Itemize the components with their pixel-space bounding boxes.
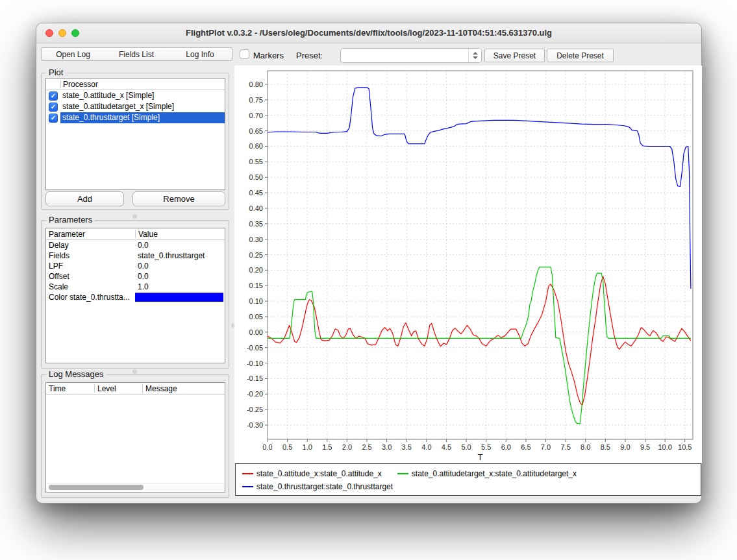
parameter-value[interactable]: state_0.thrusttarget (135, 251, 225, 260)
svg-text:0.65: 0.65 (249, 127, 263, 135)
red-line-swatch (242, 473, 253, 474)
zoom-window-button[interactable] (71, 29, 79, 37)
svg-text:0.0: 0.0 (262, 443, 272, 451)
title-bar: FlightPlot v.0.3.2 - /Users/oleg/Documen… (36, 23, 701, 43)
window-title: FlightPlot v.0.3.2 - /Users/oleg/Documen… (36, 23, 701, 42)
svg-text:0.10: 0.10 (249, 297, 263, 305)
preset-combobox[interactable] (340, 48, 482, 63)
parameter-name: Scale (46, 282, 135, 291)
svg-text:9.0: 9.0 (620, 443, 630, 451)
markers-label: Markers (253, 51, 284, 60)
table-row[interactable]: Delay 0.0 (46, 240, 225, 250)
chevron-up-icon (473, 52, 478, 55)
svg-text:0.5: 0.5 (282, 443, 292, 451)
markers-checkbox[interactable] (240, 49, 249, 59)
checked-checkbox[interactable]: ✓ (49, 114, 58, 123)
checked-checkbox[interactable]: ✓ (49, 103, 58, 112)
message-column-header: Message (143, 384, 177, 393)
svg-text:0.30: 0.30 (249, 236, 263, 243)
minimize-window-button[interactable] (58, 29, 66, 37)
checked-checkbox[interactable]: ✓ (49, 91, 58, 101)
time-column-header: Time (46, 384, 94, 393)
svg-text:-0.25: -0.25 (247, 406, 263, 413)
svg-text:0.05: 0.05 (249, 313, 263, 321)
log-messages-table-header: Time Level Message (46, 383, 225, 395)
processor-list-header: Processor (46, 79, 225, 90)
chart-svg: -0.30-0.25-0.20-0.15-0.10-0.050.000.050.… (234, 66, 702, 463)
svg-text:0.70: 0.70 (249, 112, 263, 119)
green-line-swatch (397, 473, 408, 474)
table-row[interactable]: Offset 0.0 (46, 271, 225, 282)
list-item-label: state_0.attitude_x [Simple] (60, 90, 225, 101)
legend-entry: state_0.thrusttarget:state_0.thrusttarge… (242, 482, 393, 491)
log-info-button[interactable]: Log Info (168, 47, 232, 61)
svg-text:6.5: 6.5 (521, 443, 531, 451)
list-item-label: state_0.attitudetarget_x [Simple] (60, 101, 225, 112)
chart-panel[interactable]: -0.30-0.25-0.20-0.15-0.10-0.050.000.050.… (234, 66, 702, 463)
combo-stepper-icon[interactable] (468, 49, 481, 62)
fields-list-button[interactable]: Fields List (105, 47, 169, 61)
list-item[interactable]: ✓ state_0.attitudetarget_x [Simple] (46, 101, 225, 112)
svg-text:9.5: 9.5 (640, 443, 650, 451)
blue-line-swatch (242, 486, 253, 487)
svg-text:7.5: 7.5 (560, 443, 570, 451)
preset-label: Preset: (296, 51, 323, 60)
plot-group: Plot Processor ✓ state_0.attitude_x [Sim… (41, 73, 229, 210)
list-item[interactable]: ✓ state_0.attitude_x [Simple] (46, 90, 225, 101)
open-log-button[interactable]: Open Log (41, 47, 105, 61)
log-messages-group-title: Log Messages (46, 369, 106, 379)
parameters-table[interactable]: Parameter Value Delay 0.0 Fields state_0… (45, 228, 225, 363)
remove-button[interactable]: Remove (132, 191, 225, 206)
list-item-label: state_0.thrusttarget [Simple] (60, 112, 225, 123)
svg-text:8.5: 8.5 (601, 443, 610, 451)
legend-entry: state_0.attitudetarget_x:state_0.attitud… (397, 469, 577, 478)
scrollbar-thumb[interactable] (49, 485, 144, 490)
log-messages-group: Log Messages Time Level Message (41, 374, 229, 498)
legend-label: state_0.attitude_x:state_0.attitude_x (256, 469, 382, 478)
svg-text:0.00: 0.00 (249, 328, 263, 336)
svg-text:0.50: 0.50 (249, 173, 263, 181)
processor-list[interactable]: Processor ✓ state_0.attitude_x [Simple] … (45, 78, 225, 190)
parameter-name: Color state_0.thrustta... (46, 293, 135, 302)
svg-text:0.15: 0.15 (249, 282, 263, 289)
svg-text:1.0: 1.0 (303, 443, 312, 451)
horizontal-scrollbar[interactable] (47, 483, 224, 491)
svg-text:4.0: 4.0 (421, 443, 431, 451)
parameter-value[interactable]: 1.0 (135, 282, 225, 291)
table-row[interactable]: LPF 0.0 (46, 261, 225, 271)
log-messages-table[interactable]: Time Level Message (45, 382, 225, 493)
parameter-value[interactable]: 0.0 (135, 262, 225, 271)
svg-text:0.60: 0.60 (249, 142, 263, 150)
svg-text:2.5: 2.5 (362, 443, 371, 451)
table-row[interactable]: Fields state_0.thrusttarget (46, 250, 225, 261)
delete-preset-button[interactable]: Delete Preset (547, 49, 614, 62)
svg-text:10.5: 10.5 (678, 443, 692, 451)
close-window-button[interactable] (45, 29, 53, 37)
svg-text:-0.30: -0.30 (247, 421, 263, 429)
parameter-value[interactable]: 0.0 (135, 241, 225, 250)
svg-text:4.5: 4.5 (442, 443, 451, 451)
legend-label: state_0.thrusttarget:state_0.thrusttarge… (256, 482, 393, 491)
svg-text:6.0: 6.0 (501, 443, 511, 451)
svg-text:8.0: 8.0 (581, 443, 590, 451)
parameter-value[interactable]: 0.0 (135, 272, 225, 281)
svg-text:3.0: 3.0 (382, 443, 392, 451)
add-button[interactable]: Add (45, 191, 124, 206)
svg-text:0.45: 0.45 (249, 189, 263, 197)
parameter-color-swatch[interactable] (135, 293, 223, 302)
svg-text:0.80: 0.80 (249, 80, 263, 88)
svg-text:0.55: 0.55 (249, 158, 263, 165)
svg-text:T: T (478, 452, 483, 462)
parameters-table-header: Parameter Value (46, 228, 225, 240)
svg-text:-0.10: -0.10 (247, 359, 263, 367)
table-row[interactable]: Scale 1.0 (46, 282, 225, 292)
list-item-selected[interactable]: ✓ state_0.thrusttarget [Simple] (46, 112, 225, 123)
value-column-header: Value (136, 230, 225, 239)
legend-entry: state_0.attitude_x:state_0.attitude_x (242, 469, 382, 478)
table-row-color[interactable]: Color state_0.thrustta... (46, 292, 225, 302)
svg-text:1.5: 1.5 (322, 443, 332, 451)
save-preset-button[interactable]: Save Preset (484, 49, 545, 62)
splitter-handle[interactable] (132, 214, 137, 219)
processor-column-header: Processor (61, 80, 98, 89)
splitter-handle[interactable] (132, 369, 137, 374)
